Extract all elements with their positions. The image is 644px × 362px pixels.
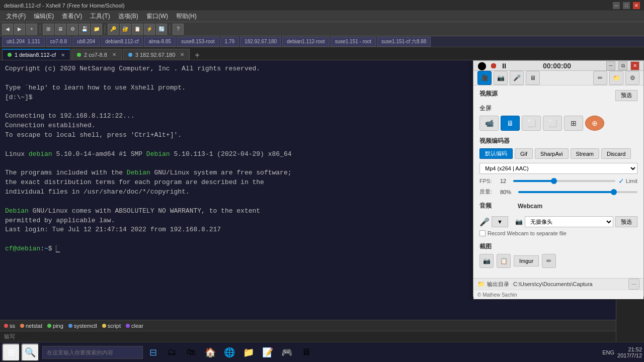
- tab-182[interactable]: 3 182.92.67.180 ✕: [123, 49, 190, 60]
- captura-fps-limit-label: Limit: [626, 178, 637, 184]
- status-script: script: [102, 323, 121, 329]
- status-netstat: netstat: [20, 323, 42, 329]
- toolbar-back[interactable]: ◀: [2, 24, 13, 35]
- captura-tool-screensaver[interactable]: 🖥: [526, 71, 540, 85]
- tab-close-1[interactable]: ✕: [61, 52, 65, 58]
- toolbar-forward[interactable]: ▶: [14, 24, 25, 35]
- captura-webcam-select[interactable]: 无摄像头: [525, 216, 613, 227]
- video-mode-app[interactable]: ⊞: [564, 116, 583, 131]
- session-tab-debian8[interactable]: debian8.112-cf: [101, 37, 143, 47]
- new-tab-button[interactable]: +: [191, 51, 203, 60]
- session-tab-ub1[interactable]: ub1.204 1.131: [2, 37, 45, 47]
- status-label-script: script: [108, 323, 121, 329]
- toolbar-btn6[interactable]: 🔑: [108, 24, 119, 35]
- toolbar-btn5[interactable]: 📁: [91, 24, 102, 35]
- captura-screenshot-btn-1[interactable]: 📷: [479, 254, 494, 268]
- captura-screenshot-label: 截图: [479, 242, 637, 251]
- session-tab-debian1[interactable]: debian1.112-root: [282, 37, 330, 47]
- menu-help[interactable]: 帮助(H): [172, 11, 201, 22]
- captura-tool-settings[interactable]: ⚙: [625, 71, 639, 85]
- captura-minimize-btn[interactable]: ─: [606, 61, 615, 70]
- menu-window[interactable]: 窗口(W): [142, 11, 172, 22]
- session-tab-suse151cf[interactable]: suse1.151-cf 六8.88: [377, 37, 431, 47]
- captura-mic-dropdown-btn[interactable]: ▼: [492, 216, 508, 227]
- captura-tool-edit[interactable]: ✏: [593, 71, 607, 85]
- captura-restore-btn[interactable]: ⧉: [618, 61, 627, 70]
- minimize-button[interactable]: ─: [613, 2, 620, 9]
- session-tab-179[interactable]: 1.79: [220, 37, 239, 47]
- captura-video-preview-btn[interactable]: 预选: [615, 90, 637, 101]
- close-button[interactable]: ✕: [633, 2, 640, 9]
- captura-screenshot-edit-btn[interactable]: ✏: [542, 254, 556, 268]
- tab-close-2[interactable]: ✕: [112, 52, 116, 57]
- toolbar-sep-3: [170, 25, 170, 34]
- captura-fps-slider[interactable]: [513, 180, 615, 182]
- encoder-tab-stream[interactable]: Stream: [571, 148, 599, 159]
- taskbar-search-input[interactable]: [42, 346, 143, 359]
- captura-close-btn[interactable]: ✕: [630, 61, 639, 70]
- captura-imgur-btn[interactable]: Imgur: [514, 255, 539, 266]
- encoder-tab-default[interactable]: 默认编码: [479, 148, 513, 159]
- toolbar-new[interactable]: +: [26, 24, 37, 35]
- taskbar-app-4[interactable]: 🌐: [220, 343, 238, 361]
- taskbar-app-7[interactable]: 🎮: [278, 343, 296, 361]
- taskbar-start-btn[interactable]: ⊞: [2, 343, 20, 361]
- video-mode-screen[interactable]: 🖥: [501, 116, 520, 131]
- captura-quality-slider[interactable]: [518, 191, 637, 193]
- menu-edit[interactable]: 编辑(E): [30, 11, 58, 22]
- taskbar-app-fe[interactable]: 🗂: [163, 343, 181, 361]
- toolbar-btn2[interactable]: 🖥: [55, 24, 66, 35]
- session-tab-alma[interactable]: alma-8.85: [144, 37, 175, 47]
- video-mode-webcam[interactable]: 📹: [479, 116, 499, 131]
- captura-tool-webcam[interactable]: 📷: [494, 71, 508, 85]
- toolbar-btn3[interactable]: ⚙: [67, 24, 78, 35]
- video-mode-special[interactable]: ⊕: [585, 116, 604, 131]
- tab-close-3[interactable]: ✕: [180, 52, 184, 57]
- toolbar-btn9[interactable]: ⚡: [144, 24, 155, 35]
- captura-screenshot-btn-2[interactable]: 📋: [497, 254, 511, 268]
- taskbar-app-5[interactable]: 📁: [239, 343, 258, 361]
- menu-file[interactable]: 文件(F): [2, 11, 30, 22]
- captura-copyright-bar: © Mathew Sachin: [473, 290, 643, 299]
- menu-tools[interactable]: 工具(T): [86, 11, 114, 22]
- session-tab-co7[interactable]: co7-8.8: [46, 37, 71, 47]
- taskbar-task-view[interactable]: ⊟: [144, 343, 162, 361]
- session-tab-182[interactable]: 182.92.67.180: [240, 37, 281, 47]
- captura-title-bar: ⬤ ⏺ ⏸ 00:00:00 ─ ⧉ ✕: [473, 61, 643, 71]
- menu-view[interactable]: 查看(V): [58, 11, 86, 22]
- captura-tool-video[interactable]: 🎥: [477, 71, 492, 85]
- tab-co7[interactable]: 2 co7-8.8 ✕: [71, 49, 122, 60]
- captura-fps-value: 12: [500, 178, 510, 184]
- captura-webcam-cam-icon: 📷: [515, 218, 523, 225]
- session-tab-suse151[interactable]: suse1.151 - root: [331, 37, 376, 47]
- captura-webcam-preview-btn[interactable]: 预选: [615, 216, 637, 227]
- taskbar-search-btn[interactable]: 🔍: [21, 343, 39, 361]
- captura-webcam-record-checkbox[interactable]: [479, 230, 486, 236]
- encoder-tab-discard[interactable]: Discard: [601, 148, 631, 159]
- menu-options[interactable]: 选项(B): [114, 11, 142, 22]
- taskbar-app-3[interactable]: 🏠: [201, 343, 219, 361]
- toolbar-btn1[interactable]: ⊞: [43, 24, 54, 35]
- toolbar-btn7[interactable]: 🔐: [120, 24, 131, 35]
- taskbar-app-6[interactable]: 📝: [259, 343, 277, 361]
- toolbar-btn8[interactable]: 📋: [132, 24, 143, 35]
- maximize-button[interactable]: □: [623, 2, 630, 9]
- toolbar-btn10[interactable]: 🔄: [156, 24, 167, 35]
- encoder-tab-gif[interactable]: Gif: [515, 148, 533, 159]
- encoder-tab-sharpavi[interactable]: SharpAvi: [535, 148, 568, 159]
- taskbar-app-8[interactable]: 🖥: [297, 343, 315, 361]
- tab-debian8[interactable]: 1 debian8.112-cf ✕: [2, 49, 70, 60]
- captura-output-more-btn[interactable]: ⋯: [628, 279, 639, 290]
- captura-codec-select[interactable]: Mp4 (x264 | AAC): [479, 163, 637, 174]
- toolbar: ◀ ▶ + ⊞ 🖥 ⚙ 💾 📁 🔑 🔐 📋 ⚡ 🔄 ?: [0, 22, 644, 36]
- captura-codec-row: Mp4 (x264 | AAC): [479, 163, 637, 174]
- video-mode-region[interactable]: ⬜: [543, 116, 562, 131]
- toolbar-help[interactable]: ?: [173, 24, 184, 35]
- captura-tool-audio[interactable]: 🎤: [510, 71, 524, 85]
- toolbar-btn4[interactable]: 💾: [79, 24, 90, 35]
- session-tab-suse[interactable]: suse8.153-root: [177, 37, 219, 47]
- captura-tool-folder[interactable]: 📁: [609, 71, 623, 85]
- taskbar-app-store[interactable]: 🛍: [182, 343, 200, 361]
- video-mode-window[interactable]: ⬜: [522, 116, 541, 131]
- session-tab-ub8[interactable]: ub8.204: [72, 37, 100, 47]
